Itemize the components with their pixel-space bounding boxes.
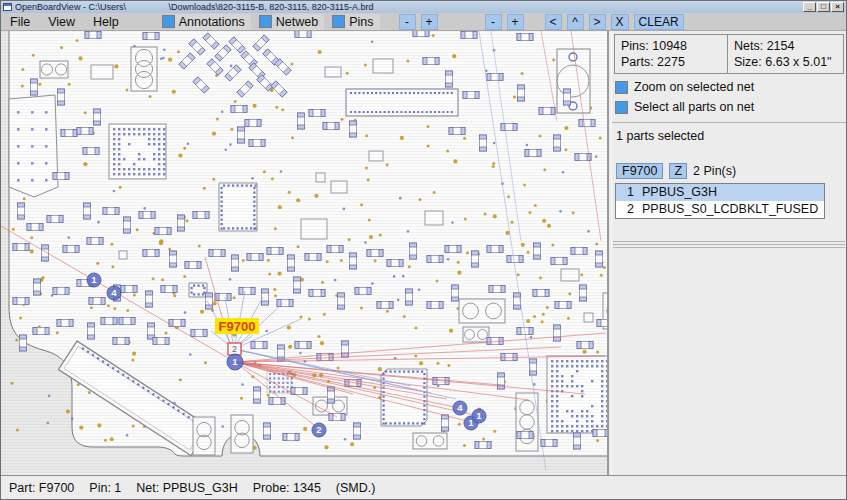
selected-part-label-text: F9700 bbox=[219, 319, 256, 334]
status-bar: Part: F9700 Pin: 1 Net: PPBUS_G3H Probe:… bbox=[1, 475, 846, 499]
toolbar-check-pins: Pins bbox=[332, 14, 379, 30]
status-pin: Pin: 1 bbox=[89, 481, 121, 495]
annotation-pin-marker[interactable]: 4 bbox=[107, 286, 121, 300]
marker-number: 4 bbox=[111, 287, 117, 298]
annotation-pin-marker[interactable]: 1 bbox=[227, 354, 243, 370]
menu-items: FileViewHelp bbox=[1, 15, 128, 29]
toolbar-button-0[interactable]: - bbox=[399, 14, 416, 30]
pin-list-row[interactable]: 2PPBUS_S0_LCDBKLT_FUSED bbox=[616, 201, 824, 218]
selection-summary: 1 parts selected bbox=[616, 129, 846, 143]
status-net: Net: PPBUS_G3H bbox=[136, 481, 237, 495]
status-probe: Probe: 1345 bbox=[253, 481, 321, 495]
option-select: Select all parts on net bbox=[615, 100, 846, 114]
annotation-pin-marker[interactable]: 1 bbox=[472, 409, 486, 423]
marker-number: 1 bbox=[91, 274, 97, 285]
toolbar-button-1[interactable]: + bbox=[421, 14, 438, 30]
menu-help[interactable]: Help bbox=[84, 15, 128, 29]
menu-view[interactable]: View bbox=[39, 15, 84, 29]
app-icon bbox=[3, 3, 12, 11]
marker-number: 2 bbox=[316, 424, 321, 435]
toolbar-button-4[interactable]: < bbox=[545, 14, 562, 30]
zoom-to-part-button[interactable]: Z bbox=[669, 163, 687, 179]
pcb-canvas[interactable]: 2F97001412411 bbox=[1, 31, 609, 475]
option-label: Zoom on selected net bbox=[634, 80, 754, 94]
minimize-button[interactable]: _ bbox=[803, 2, 816, 12]
window-title: OpenBoardView - C:\Users\ \Downloads\820… bbox=[15, 2, 802, 12]
pin-count-label: 2 Pin(s) bbox=[693, 164, 736, 178]
toolbar-buttons: -+-+<^>XCLEAR bbox=[380, 14, 684, 30]
pin-number: 2 bbox=[616, 201, 634, 218]
toolbar-button-clear[interactable]: CLEAR bbox=[634, 14, 684, 30]
selected-part-row: F9700 Z 2 Pin(s) bbox=[616, 163, 846, 179]
marker-number: 1 bbox=[476, 410, 482, 421]
stat-size: Size: 6.63 x 5.01" bbox=[734, 54, 832, 70]
toolbar-button-3[interactable]: + bbox=[507, 14, 524, 30]
option-zoom: Zoom on selected net bbox=[615, 80, 846, 94]
toolbar-button-5[interactable]: ^ bbox=[567, 14, 584, 30]
checkbox-label: Pins bbox=[345, 14, 379, 30]
pin-list-row[interactable]: 1PPBUS_G3H bbox=[616, 184, 824, 201]
toolbar-check-netweb: Netweb bbox=[259, 14, 324, 30]
toolbar-checkboxes: AnnotationsNetwebPins bbox=[154, 14, 380, 30]
part-button[interactable]: F9700 bbox=[616, 163, 663, 179]
option-label: Select all parts on net bbox=[634, 100, 754, 114]
annotation-pin-marker[interactable]: 1 bbox=[87, 273, 101, 287]
toolbar-check-annotations: Annotations bbox=[162, 14, 251, 30]
toolbar-button-7[interactable]: X bbox=[611, 14, 629, 30]
pin-net-name: PPBUS_G3H bbox=[642, 184, 717, 201]
title-bar[interactable]: OpenBoardView - C:\Users\ \Downloads\820… bbox=[1, 1, 846, 13]
checkbox-label: Netweb bbox=[272, 14, 324, 30]
stat-nets: Nets: 2154 bbox=[734, 38, 832, 54]
pin2-label: 2 bbox=[232, 344, 237, 354]
pin-net-list: 1PPBUS_G3H2PPBUS_S0_LCDBKLT_FUSED bbox=[615, 183, 825, 219]
selected-pin2-box[interactable]: 2 bbox=[228, 343, 241, 355]
menu-file[interactable]: File bbox=[1, 15, 39, 29]
selected-part-label[interactable]: F9700 bbox=[215, 318, 259, 334]
annotation-pin-marker[interactable]: 2 bbox=[312, 423, 326, 437]
option-checkbox[interactable] bbox=[615, 81, 628, 94]
netweb-checkbox[interactable] bbox=[259, 15, 272, 28]
checkbox-label: Annotations bbox=[175, 14, 251, 30]
divider bbox=[613, 241, 845, 250]
close-button[interactable]: × bbox=[831, 2, 844, 12]
toolbar-button-2[interactable]: - bbox=[485, 14, 502, 30]
stat-parts: Parts: 2275 bbox=[621, 54, 721, 70]
pin-number: 1 bbox=[616, 184, 634, 201]
marker-number: 1 bbox=[232, 356, 238, 367]
status-part: Part: F9700 bbox=[9, 481, 74, 495]
main-area: 2F97001412411 Pins: 10948 Parts: 2275 Ne… bbox=[1, 31, 846, 475]
marker-number: 4 bbox=[457, 402, 463, 413]
option-checkbox[interactable] bbox=[615, 101, 628, 114]
divider bbox=[612, 122, 846, 123]
stat-pins: Pins: 10948 bbox=[621, 38, 721, 54]
side-panel: Pins: 10948 Parts: 2275 Nets: 2154 Size:… bbox=[611, 31, 846, 475]
openboardview-window: OpenBoardView - C:\Users\ \Downloads\820… bbox=[0, 0, 847, 500]
annotations-checkbox[interactable] bbox=[162, 15, 175, 28]
menu-toolbar: FileViewHelp AnnotationsNetwebPins -+-+<… bbox=[1, 13, 846, 31]
toolbar-button-6[interactable]: > bbox=[589, 14, 606, 30]
status-package: (SMD.) bbox=[336, 481, 376, 495]
restore-button[interactable]: □ bbox=[817, 2, 830, 12]
pin-net-name: PPBUS_S0_LCDBKLT_FUSED bbox=[642, 201, 818, 218]
pins-checkbox[interactable] bbox=[332, 15, 345, 28]
annotation-pin-marker[interactable]: 4 bbox=[453, 401, 467, 415]
board-stats: Pins: 10948 Parts: 2275 Nets: 2154 Size:… bbox=[614, 34, 844, 74]
pcb-board-view[interactable]: 2F97001412411 bbox=[1, 31, 609, 475]
window-controls: _□× bbox=[802, 2, 844, 12]
net-options: Zoom on selected netSelect all parts on … bbox=[612, 80, 846, 114]
